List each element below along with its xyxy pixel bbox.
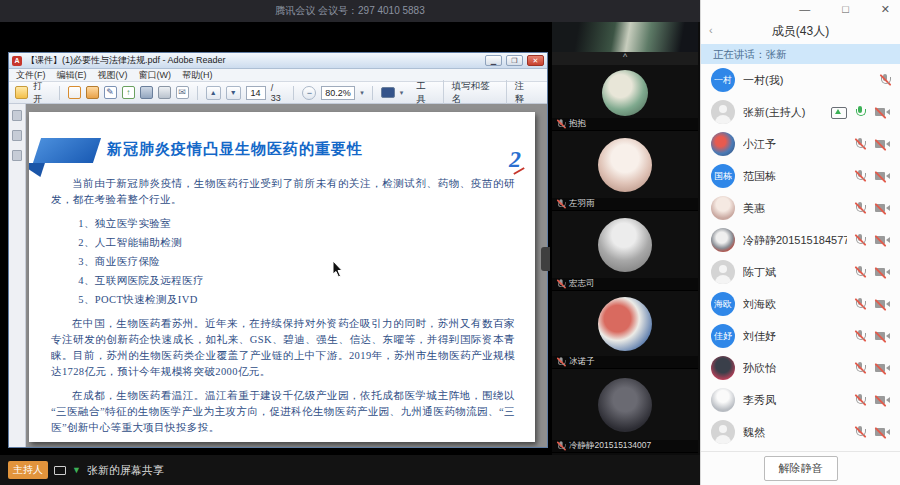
- member-row[interactable]: 魏然: [701, 416, 900, 448]
- member-name: 一村(我): [743, 73, 872, 88]
- camera-muted-icon[interactable]: [875, 363, 890, 373]
- camera-muted-icon[interactable]: [875, 267, 890, 277]
- member-row[interactable]: 陈丁斌: [701, 256, 900, 288]
- view-dropdown-icon[interactable]: ▾: [400, 89, 404, 97]
- member-row[interactable]: 李秀凤: [701, 384, 900, 416]
- camera-muted-icon[interactable]: [875, 107, 890, 117]
- adobe-reader-icon: A: [12, 56, 22, 66]
- fullscreen-icon[interactable]: [381, 87, 395, 98]
- video-tile[interactable]: 冷静静201515134007: [552, 369, 698, 453]
- slide-list-item: 3、商业医疗保险: [78, 254, 515, 270]
- attachments-icon[interactable]: [12, 150, 22, 161]
- camera-muted-icon[interactable]: [875, 139, 890, 149]
- share-file-icon[interactable]: [68, 86, 81, 99]
- video-tile[interactable]: 冰诺子: [552, 291, 698, 369]
- camera-muted-icon[interactable]: [875, 203, 890, 213]
- save-icon[interactable]: [140, 86, 153, 99]
- fill-sign-button[interactable]: 填写和签名: [443, 80, 506, 106]
- next-page-button[interactable]: ▼: [226, 86, 241, 100]
- bookmarks-icon[interactable]: [12, 130, 22, 141]
- print-icon[interactable]: [158, 86, 171, 99]
- mic-active-icon[interactable]: [855, 106, 865, 118]
- member-status-icons: [855, 202, 890, 214]
- camera-muted-icon[interactable]: [875, 171, 890, 181]
- mic-muted-icon[interactable]: [855, 298, 865, 310]
- slide-logo: 2: [509, 146, 521, 173]
- mic-muted-icon[interactable]: [855, 266, 865, 278]
- camera-muted-icon[interactable]: [875, 235, 890, 245]
- camera-muted-icon[interactable]: [875, 427, 890, 437]
- pdf-canvas[interactable]: 新冠肺炎疫情凸显生物医药的重要性 2 当前由于新冠肺炎疫情，生物医药行业受到了前…: [26, 104, 547, 447]
- member-row[interactable]: 国栋 范国栋: [701, 160, 900, 192]
- open-folder-icon[interactable]: [15, 86, 28, 99]
- mic-muted-icon[interactable]: [855, 394, 865, 406]
- mic-muted-icon[interactable]: [855, 138, 865, 150]
- avatar: [711, 420, 735, 444]
- video-strip-collapse-button[interactable]: ^: [552, 52, 698, 65]
- open-button[interactable]: 打开: [33, 80, 51, 106]
- mic-muted-icon[interactable]: [855, 234, 865, 246]
- member-row[interactable]: 张新(主持人): [701, 96, 900, 128]
- maximize-button[interactable]: □: [842, 3, 849, 16]
- camera-muted-icon[interactable]: [875, 331, 890, 341]
- slide-paragraph-1: 当前由于新冠肺炎疫情，生物医药行业受到了前所未有的关注，检测试剂、药物、疫苗的研…: [51, 176, 515, 208]
- pdf-titlebar[interactable]: A 【课件】(1)必要性与法律法规.pdf - Adobe Reader ▁ ❐…: [9, 53, 547, 69]
- video-tile-label: 抱抱: [552, 118, 698, 130]
- member-row[interactable]: 小江予: [701, 128, 900, 160]
- member-row[interactable]: 冷静静201515184577: [701, 224, 900, 256]
- mic-muted-icon[interactable]: [880, 74, 890, 86]
- unmute-button[interactable]: 解除静音: [764, 456, 838, 481]
- video-tile[interactable]: 抱抱: [552, 65, 698, 131]
- video-tile[interactable]: 左羽雨: [552, 131, 698, 211]
- zoom-level-input[interactable]: 80.2%: [321, 86, 355, 100]
- page-thumbnails-icon[interactable]: [12, 110, 22, 121]
- mic-muted-icon[interactable]: [855, 426, 865, 438]
- zoom-out-button[interactable]: −: [302, 86, 316, 100]
- video-tile[interactable]: 宏志司: [552, 211, 698, 291]
- member-row[interactable]: 一村 一村(我): [701, 64, 900, 96]
- menu-help[interactable]: 帮助(H): [182, 69, 213, 82]
- menu-view[interactable]: 视图(V): [98, 69, 128, 82]
- previous-page-button[interactable]: ▲: [206, 86, 221, 100]
- toolbar-separator: [293, 86, 294, 100]
- sign-icon[interactable]: ✎: [104, 86, 117, 99]
- toolbar-separator: [372, 86, 373, 100]
- members-header: 成员(43人): [701, 19, 900, 43]
- member-name: 李秀凤: [743, 393, 847, 408]
- member-name: 张新(主持人): [743, 105, 823, 120]
- slide-banner-shape: [33, 138, 101, 163]
- member-row[interactable]: 美惠: [701, 192, 900, 224]
- member-row[interactable]: 孙欣怡: [701, 352, 900, 384]
- video-panel-collapse-handle[interactable]: [541, 247, 550, 271]
- member-status-icons: [855, 362, 890, 374]
- member-row[interactable]: 佳妤 刘佳妤: [701, 320, 900, 352]
- camera-muted-icon[interactable]: [875, 299, 890, 309]
- pdf-minimize-button[interactable]: ▁: [485, 55, 502, 66]
- camera-muted-icon[interactable]: [875, 395, 890, 405]
- member-row[interactable]: 海欧 刘海欧: [701, 288, 900, 320]
- email-icon[interactable]: ✉: [176, 86, 189, 99]
- partial-video-tile[interactable]: [552, 22, 698, 52]
- minimize-button[interactable]: —: [799, 3, 810, 16]
- mic-muted-icon[interactable]: [855, 330, 865, 342]
- video-tile-label: 冰诺子: [552, 356, 698, 368]
- avatar: 一村: [711, 68, 735, 92]
- close-button[interactable]: ✕: [881, 3, 890, 16]
- pdf-close-button[interactable]: ✕: [527, 55, 544, 66]
- mic-muted-icon[interactable]: [855, 362, 865, 374]
- slide-page: 新冠肺炎疫情凸显生物医药的重要性 2 当前由于新冠肺炎疫情，生物医药行业受到了前…: [29, 112, 535, 442]
- menu-edit[interactable]: 编辑(E): [57, 69, 87, 82]
- stamp-icon[interactable]: [86, 86, 99, 99]
- mic-muted-icon: [557, 357, 565, 367]
- mic-muted-icon[interactable]: [855, 202, 865, 214]
- pdf-toolbar: 打开 ✎ ↑ ✉ ▲ ▼ 14 / 33 − 80.2% ▾: [9, 82, 547, 104]
- tools-button[interactable]: 工具: [408, 80, 442, 106]
- upload-icon[interactable]: ↑: [122, 86, 135, 99]
- mic-muted-icon[interactable]: [855, 170, 865, 182]
- zoom-dropdown-icon[interactable]: ▾: [360, 89, 364, 97]
- menu-window[interactable]: 窗口(W): [139, 69, 172, 82]
- speaking-status-bar: 正在讲话：张新: [701, 44, 900, 64]
- comment-button[interactable]: 注释: [506, 80, 541, 106]
- page-number-input[interactable]: 14: [246, 86, 266, 100]
- pdf-maximize-button[interactable]: ❐: [506, 55, 523, 66]
